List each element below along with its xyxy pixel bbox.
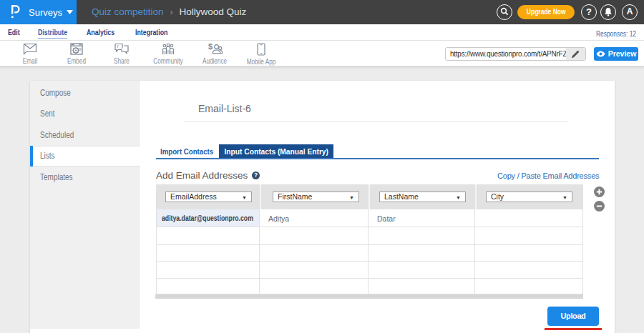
svg-text:$: $ bbox=[208, 43, 213, 51]
